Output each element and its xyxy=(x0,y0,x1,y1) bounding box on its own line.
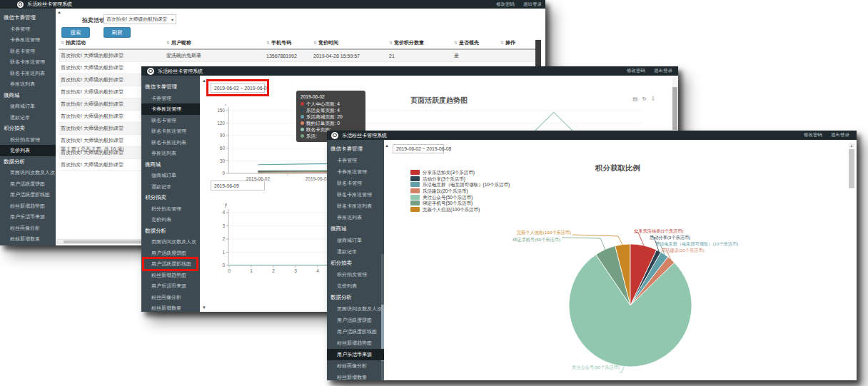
sidebar-item[interactable]: 卡券管理 xyxy=(327,155,384,166)
refresh-button[interactable]: 刷新 xyxy=(104,27,131,38)
sidebar-item[interactable]: 退款记录 xyxy=(141,181,200,193)
sidebar-item[interactable]: 页面访问次数及人次 xyxy=(0,167,56,178)
scrollbar-thumb[interactable] xyxy=(672,87,677,130)
sidebar-item[interactable]: 竞价列表 xyxy=(141,214,200,225)
sidebar-item[interactable]: 卡券推送管理 xyxy=(141,103,200,115)
legend-item[interactable]: 绑定手机号(50个乐活币) xyxy=(410,200,510,206)
sidebar-item[interactable]: 页面访问次数及人次 xyxy=(141,236,200,248)
change-password-link[interactable]: 修改密码 xyxy=(496,1,515,8)
svg-text:2: 2 xyxy=(272,268,275,273)
sidebar-item[interactable]: 卡券推送管理 xyxy=(0,34,56,46)
logout-link[interactable]: 退出登录 xyxy=(523,1,542,8)
sidebar-item[interactable]: 卡券管理 xyxy=(0,24,56,35)
sidebar-item[interactable]: 用户活跃度饼图 xyxy=(327,315,384,326)
sidebar-item[interactable]: 粉丝新增趋势图 xyxy=(327,337,384,349)
column-header-label: 手机号码 xyxy=(271,40,291,45)
sidebar-item[interactable]: 用户活跃度折线图 xyxy=(141,258,200,270)
auction-select[interactable]: 首次拍卖! 大师级的航拍课堂 ▾ xyxy=(104,14,176,24)
legend-item[interactable]: 乐活电竞群（电竞团可领取）(10个乐活币) xyxy=(410,181,510,188)
sidebar-item[interactable]: 联名卡推送管理 xyxy=(327,189,384,200)
sidebar-item[interactable]: 粉丝新增数量 xyxy=(0,233,56,245)
sidebar-item[interactable]: 用户活跃度折线图 xyxy=(0,189,56,200)
change-password-link[interactable]: 修改密码 xyxy=(804,132,822,138)
legend-item[interactable]: 完善个人信息(100个乐活币) xyxy=(410,206,510,213)
sidebar-item[interactable]: 用户乐活币来源 xyxy=(0,211,56,223)
date-single-input[interactable]: 2019-06-09 xyxy=(211,181,265,191)
legend-swatch-icon xyxy=(410,200,420,205)
legend-item[interactable]: 关注公众号(50个乐活币) xyxy=(410,194,510,200)
column-header[interactable]: ⇅手机号码 xyxy=(264,37,311,49)
sidebar-item[interactable]: 竞价列表 xyxy=(0,145,56,156)
sidebar-item[interactable]: 联名卡推送列表 xyxy=(0,68,56,79)
search-button[interactable]: 搜索 xyxy=(61,27,90,38)
sidebar-item[interactable]: 微商城订单 xyxy=(327,235,384,246)
download-icon[interactable]: ⇩ xyxy=(651,96,655,102)
sidebar-item[interactable]: 微商城订单 xyxy=(141,170,200,181)
column-header[interactable]: ⇅用户昵称 xyxy=(164,37,264,49)
sidebar-item[interactable]: 粉丝画像分析 xyxy=(141,292,200,303)
pagination-status: 第 1 页 ( 总共 2 页, 共 16 项) xyxy=(61,146,124,153)
sidebar-section-label: 微商城 xyxy=(141,159,200,171)
sidebar-item[interactable]: 粉丝新增数量 xyxy=(327,372,384,380)
sidebar-item[interactable]: 积分拍卖管理 xyxy=(327,269,384,280)
legend-swatch-icon xyxy=(410,182,420,187)
date-range-input[interactable]: 2019-06-02 ~ 2019-06-08 xyxy=(211,83,265,93)
sidebar-item[interactable]: 用户活跃度折线图 xyxy=(327,326,384,337)
scroll-up-icon[interactable]: ▲ xyxy=(849,143,854,148)
scrollbar-thumb[interactable] xyxy=(535,40,541,67)
sidebar-section-label: 微商城 xyxy=(0,90,56,101)
date-range-input[interactable]: 2019-06-02 ~ 2019-06-08 xyxy=(393,144,444,153)
legend-item[interactable]: 乐活建议(20个乐活币) xyxy=(410,188,510,194)
app-title: 乐活粉丝卡管理系统 xyxy=(342,132,387,139)
sidebar-item[interactable]: 联名卡推送管理 xyxy=(0,56,56,68)
sidebar-item[interactable]: 粉丝新增趋势图 xyxy=(141,270,200,281)
app-logo-icon xyxy=(17,1,24,8)
sidebar-item[interactable]: 券推送列表 xyxy=(327,212,384,223)
sidebar-item[interactable]: 退款记录 xyxy=(0,112,56,123)
sidebar-item[interactable]: 粉丝画像分析 xyxy=(327,360,384,372)
scrollbar-thumb[interactable] xyxy=(849,149,854,188)
sidebar-item[interactable]: 退款记录 xyxy=(327,246,384,258)
column-header[interactable]: ⇅竞价积分数量 xyxy=(387,37,452,49)
scroll-down-icon[interactable]: ▼ xyxy=(202,305,206,310)
sidebar-item[interactable]: 卡券推送管理 xyxy=(327,166,384,178)
logout-link[interactable]: 退出登录 xyxy=(654,68,672,74)
legend-item[interactable]: 分享乐活拍卖(3个乐活币) xyxy=(410,169,510,176)
sidebar-item[interactable]: 粉丝新增数量 xyxy=(141,303,200,312)
column-header[interactable]: ⇅拍卖活动 xyxy=(59,37,164,49)
scroll-up-icon[interactable]: ▲ xyxy=(57,10,61,14)
sidebar-item[interactable]: 积分拍卖管理 xyxy=(0,134,56,146)
column-header[interactable]: ⇅是否领先 xyxy=(452,37,498,49)
sidebar-item[interactable]: 联名卡管理 xyxy=(0,46,56,57)
sidebar-section-label: 积分拍卖 xyxy=(327,258,384,269)
sidebar-item[interactable]: 微商城订单 xyxy=(0,101,56,112)
points-pie-chart xyxy=(538,213,723,386)
scroll-up-icon[interactable]: ▲ xyxy=(385,143,389,148)
sidebar-item[interactable]: 用户乐活币来源 xyxy=(141,280,200,292)
column-header[interactable]: ⇅竞价时间 xyxy=(311,37,387,49)
sidebar-item[interactable]: 用户乐活币来源 xyxy=(327,349,384,360)
restore-icon[interactable]: ↻ xyxy=(642,96,646,102)
sidebar-item[interactable]: 用户活跃度饼图 xyxy=(0,178,56,190)
sidebar-item[interactable]: 卡券管理 xyxy=(141,93,200,104)
sidebar-item[interactable]: 竞价列表 xyxy=(327,280,384,292)
sidebar-item[interactable]: 联名卡管理 xyxy=(141,115,200,126)
sidebar-item[interactable]: 联名卡推送管理 xyxy=(141,126,200,137)
sidebar-item[interactable]: 联名卡推送列表 xyxy=(141,137,200,148)
sidebar-item[interactable]: 联名卡管理 xyxy=(327,178,384,189)
sidebar-item[interactable]: 联名卡推送列表 xyxy=(327,200,384,212)
data-view-icon[interactable]: ▤ xyxy=(632,96,637,102)
change-password-link[interactable]: 修改密码 xyxy=(627,68,645,74)
sidebar-item[interactable]: 页面访问次数及人次 xyxy=(327,303,384,315)
sidebar-item[interactable]: 粉丝新增趋势图 xyxy=(0,200,56,212)
column-header[interactable]: ⇅操作 xyxy=(498,37,541,49)
sort-icon: ⇅ xyxy=(313,41,317,45)
scroll-up-icon[interactable]: ▲ xyxy=(202,78,206,83)
sidebar-item[interactable]: 粉丝画像分析 xyxy=(0,223,56,234)
sidebar-item[interactable]: 券推送列表 xyxy=(141,148,200,159)
vertical-scrollbar[interactable]: ▲ xyxy=(849,143,854,378)
sidebar-item[interactable]: 券推送列表 xyxy=(0,78,56,90)
sidebar-item[interactable]: 积分拍卖管理 xyxy=(141,203,200,215)
logout-link[interactable]: 退出登录 xyxy=(831,132,849,138)
legend-item[interactable]: 活动分享(3个乐活币) xyxy=(410,176,510,182)
